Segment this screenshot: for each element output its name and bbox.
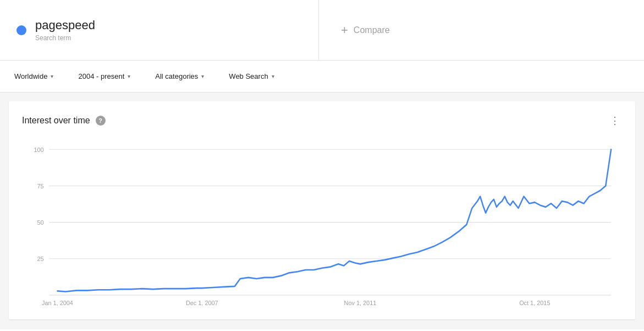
filter-sep-3 (216, 71, 217, 82)
svg-text:Oct 1, 2015: Oct 1, 2015 (519, 300, 550, 306)
compare-label: Compare (354, 25, 390, 35)
period-chevron-icon: ▾ (128, 73, 130, 79)
category-label: All categories (155, 72, 198, 80)
svg-text:Dec 1, 2007: Dec 1, 2007 (186, 300, 218, 306)
region-chevron-icon: ▾ (51, 73, 53, 79)
type-label: Web Search (229, 72, 268, 80)
help-icon[interactable]: ? (96, 116, 106, 126)
filter-sep-1 (65, 71, 66, 82)
period-label: 2004 - present (78, 72, 124, 80)
search-term-dot (16, 25, 26, 35)
chart-card: Interest over time ? ⋮ 100 75 50 (9, 101, 635, 319)
chart-area: 100 75 50 25 Jan 1, 2004 Dec 1, (22, 138, 622, 314)
svg-text:75: 75 (37, 182, 44, 189)
search-term-box: pagespeed Search term (0, 0, 319, 60)
chart-svg: 100 75 50 25 Jan 1, 2004 Dec 1, (22, 138, 622, 314)
chart-title-row: Interest over time ? (22, 116, 106, 126)
svg-text:25: 25 (37, 256, 44, 262)
top-bar: pagespeed Search term + Compare (0, 0, 644, 61)
compare-plus-icon: + (341, 23, 348, 37)
term-sub: Search term (35, 34, 95, 42)
type-chevron-icon: ▾ (272, 73, 274, 79)
period-filter[interactable]: 2004 - present ▾ (73, 69, 136, 84)
chart-title: Interest over time (22, 116, 90, 126)
svg-text:100: 100 (34, 146, 43, 153)
category-chevron-icon: ▾ (201, 73, 204, 79)
region-filter[interactable]: Worldwide ▾ (9, 69, 59, 84)
chart-header: Interest over time ? ⋮ (22, 112, 622, 129)
svg-text:Nov 1, 2011: Nov 1, 2011 (344, 300, 377, 306)
type-filter[interactable]: Web Search ▾ (223, 69, 279, 84)
svg-text:Jan 1, 2004: Jan 1, 2004 (42, 300, 73, 306)
more-options-icon[interactable]: ⋮ (608, 112, 622, 129)
region-label: Worldwide (14, 72, 47, 80)
filter-sep-2 (142, 71, 143, 82)
category-filter[interactable]: All categories ▾ (150, 69, 210, 84)
compare-box[interactable]: + Compare (319, 0, 644, 60)
svg-text:50: 50 (37, 219, 44, 226)
main-content: Interest over time ? ⋮ 100 75 50 (0, 93, 644, 329)
term-info: pagespeed Search term (35, 18, 95, 41)
term-name: pagespeed (35, 18, 95, 32)
filter-bar: Worldwide ▾ 2004 - present ▾ All categor… (0, 61, 644, 93)
